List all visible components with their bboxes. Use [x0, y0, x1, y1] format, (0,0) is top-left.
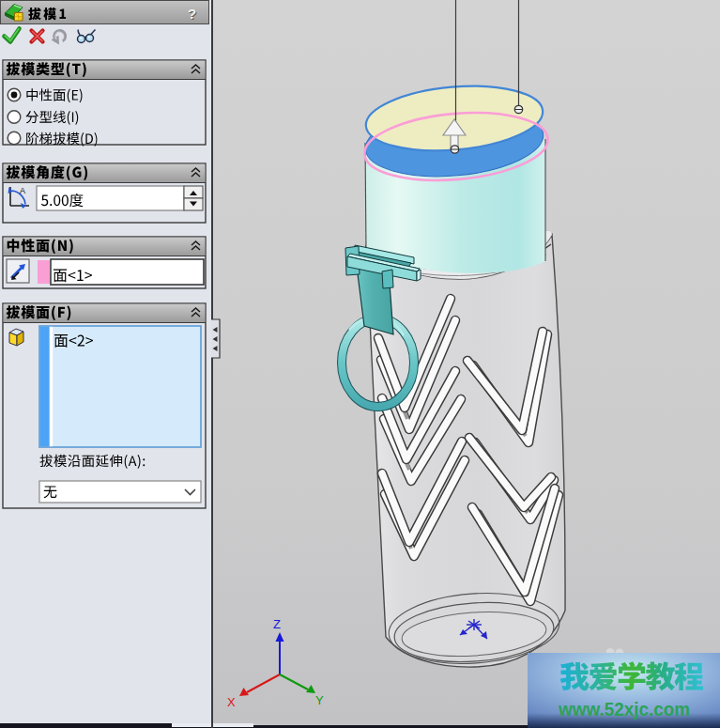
- svg-text:X: X: [227, 695, 236, 709]
- svg-text:A: A: [20, 186, 25, 195]
- svg-text:www.52xjc.com: www.52xjc.com: [558, 699, 690, 720]
- svg-text:Z: Z: [273, 617, 281, 631]
- svg-text:?: ?: [188, 6, 196, 22]
- svg-text:Y: Y: [315, 693, 324, 707]
